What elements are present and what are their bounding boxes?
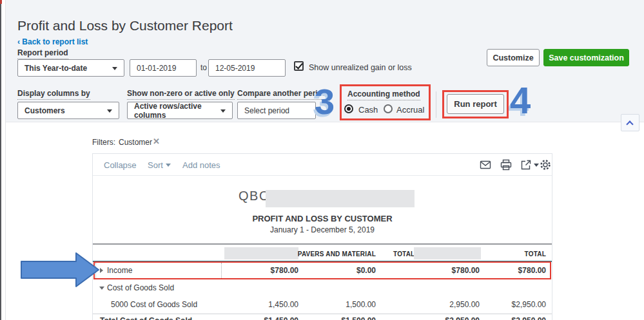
table-top-rule xyxy=(93,243,552,245)
report-title: PROFIT AND LOSS BY CUSTOMER xyxy=(93,214,552,223)
date-from-input[interactable] xyxy=(130,59,197,77)
email-icon[interactable] xyxy=(480,159,491,171)
print-icon[interactable] xyxy=(500,159,512,171)
nonzero-select[interactable]: Active rows/active columns xyxy=(127,102,233,119)
row-label-total-cogs: Total Cost of Goods Sold xyxy=(100,316,192,320)
collapse-link[interactable]: Collapse xyxy=(104,160,137,170)
page-title: Profit and Loss by Customer Report xyxy=(17,18,233,33)
compare-period-select[interactable]: Select period xyxy=(237,102,316,119)
date-to-input[interactable] xyxy=(208,59,286,77)
collapse-controls-button[interactable] xyxy=(621,114,639,131)
settings-icon[interactable] xyxy=(540,159,551,171)
annotation-step-4: 4 xyxy=(510,82,531,119)
chevron-down-icon xyxy=(166,164,171,167)
table-cell: 1,450.00 xyxy=(224,300,298,309)
table-cell: 1,500.00 xyxy=(302,300,376,309)
table-cell: 2,950.00 xyxy=(383,300,480,309)
redacted-company-name xyxy=(266,190,415,207)
column-header-total: TOTAL xyxy=(482,250,546,258)
report-toolbar: Collapse Sort Add notes xyxy=(93,154,552,176)
customize-button[interactable]: Customize xyxy=(487,49,540,66)
sort-dropdown[interactable]: Sort xyxy=(148,160,171,170)
chevron-up-icon xyxy=(626,120,633,127)
column-header-total-group: TOTAL xyxy=(393,250,415,258)
report-panel: Collapse Sort Add notes xyxy=(92,153,552,320)
row-label-cogs[interactable]: Cost of Goods Sold xyxy=(107,283,174,292)
filter-chip-customer[interactable]: Customer xyxy=(119,138,152,147)
redacted-column-header xyxy=(414,247,481,259)
window-corner-mark xyxy=(0,0,2,4)
accrual-radio-label: Accrual xyxy=(396,105,424,115)
annotation-arrow xyxy=(18,250,102,290)
table-cell: $1,500.00 xyxy=(302,316,376,320)
report-date-range: January 1 - December 5, 2019 xyxy=(93,225,552,234)
qbo-report-page: Profit and Loss by Customer Report ‹ Bac… xyxy=(0,0,644,320)
redacted-column-header xyxy=(224,247,298,259)
run-report-button[interactable]: Run report xyxy=(447,94,504,114)
report-period-label: Report period xyxy=(17,48,68,59)
income-row-callout-box xyxy=(93,261,551,279)
date-range-to-label: to xyxy=(200,63,207,72)
row-label-cogs-5000: 5000 Cost of Goods Sold xyxy=(111,300,197,309)
column-header-pavers: PAVERS AND MATERIAL xyxy=(292,250,376,258)
content-gutter-line xyxy=(5,0,6,320)
chevron-down-icon[interactable] xyxy=(534,164,539,167)
filters-label: Filters: xyxy=(92,138,115,147)
table-cell: $2,950.00 xyxy=(485,300,546,309)
accounting-method-label: Accounting method xyxy=(347,89,420,100)
chevron-down-icon xyxy=(220,109,226,113)
export-icon[interactable] xyxy=(520,159,532,171)
report-period-select[interactable]: This Year-to-date xyxy=(17,59,124,77)
table-cell: $2,950.00 xyxy=(485,316,546,320)
controls-divider xyxy=(436,91,436,118)
annotation-step-3: 3 xyxy=(315,84,335,120)
chevron-down-icon xyxy=(112,67,117,70)
back-to-report-list-link[interactable]: ‹ Back to report list xyxy=(17,37,88,46)
cash-radio[interactable] xyxy=(344,104,353,113)
table-cell: $1,450.00 xyxy=(224,316,298,320)
cash-radio-label: Cash xyxy=(358,105,378,115)
unrealized-gain-checkbox[interactable] xyxy=(294,61,304,71)
save-customization-button[interactable]: Save customization xyxy=(543,49,629,66)
nonzero-label: Show non-zero or active only xyxy=(127,89,235,100)
display-columns-label: Display columns by xyxy=(17,89,90,100)
compare-period-label: Compare another period xyxy=(237,89,327,100)
table-cell: $2,950.00 xyxy=(383,316,480,320)
accrual-radio[interactable] xyxy=(384,104,393,113)
row-separator xyxy=(93,314,552,314)
remove-filter-icon[interactable]: ✕ xyxy=(153,136,160,146)
chevron-down-icon xyxy=(107,109,112,113)
back-chevron-icon: ‹ xyxy=(17,37,20,46)
add-notes-link[interactable]: Add notes xyxy=(182,160,220,170)
display-columns-select[interactable]: Customers xyxy=(17,102,119,119)
unrealized-gain-label: Show unrealized gain or loss xyxy=(309,63,412,72)
window-left-edge xyxy=(0,0,1,320)
